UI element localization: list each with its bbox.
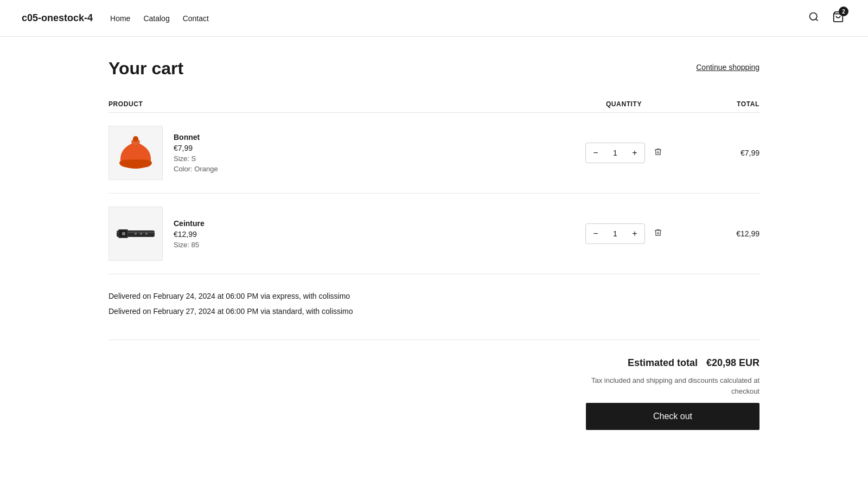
cart-count: 2	[839, 7, 848, 16]
item-price-ceinture: €12,99	[174, 230, 205, 239]
col-header-total: TOTAL	[678, 100, 760, 108]
bonnet-image-svg	[114, 131, 157, 175]
search-button[interactable]	[806, 9, 821, 27]
item-image-ceinture	[108, 207, 163, 261]
item-total-ceinture: €12,99	[678, 229, 760, 238]
item-quantity-bonnet: − 1 +	[570, 143, 678, 163]
item-image-bonnet	[108, 126, 163, 180]
header-right: 2	[806, 9, 846, 28]
nav-home[interactable]: Home	[110, 14, 130, 23]
item-quantity-ceinture: − 1 +	[570, 223, 678, 244]
estimated-value: €20,98 EUR	[706, 357, 760, 369]
search-icon	[808, 11, 819, 22]
qty-increase-ceinture[interactable]: +	[625, 224, 644, 243]
continue-shopping-link[interactable]: Continue shopping	[696, 63, 760, 72]
header-left: c05-onestock-4 Home Catalog Contact	[22, 12, 209, 24]
cart-item-ceinture: Ceinture €12,99 Size: 85 − 1 + €12,99	[108, 194, 760, 274]
qty-value-ceinture: 1	[605, 229, 625, 238]
qty-control-bonnet: − 1 +	[585, 143, 645, 163]
summary-section: Estimated total €20,98 EUR Tax included …	[108, 340, 760, 447]
item-details-ceinture: Ceinture €12,99 Size: 85	[174, 219, 205, 249]
item-name-bonnet: Bonnet	[174, 133, 218, 142]
estimated-total-row: Estimated total €20,98 EUR	[628, 357, 760, 369]
qty-decrease-ceinture[interactable]: −	[586, 224, 605, 243]
item-product-bonnet: Bonnet €7,99 Size: S Color: Orange	[108, 126, 570, 180]
svg-point-5	[133, 136, 138, 142]
estimated-label: Estimated total	[628, 357, 698, 369]
logo[interactable]: c05-onestock-4	[22, 12, 93, 24]
delivery-express: Delivered on February 24, 2024 at 06:00 …	[108, 292, 760, 300]
qty-increase-bonnet[interactable]: +	[625, 143, 644, 163]
main-content: Your cart Continue shopping PRODUCT QUAN…	[87, 37, 781, 469]
qty-decrease-bonnet[interactable]: −	[586, 143, 605, 163]
item-size-ceinture: Size: 85	[174, 241, 205, 249]
page-title: Your cart	[108, 59, 183, 79]
delivery-standard: Delivered on February 27, 2024 at 06:00 …	[108, 307, 760, 316]
delivery-section: Delivered on February 24, 2024 at 06:00 …	[108, 274, 760, 340]
col-header-quantity: QUANTITY	[570, 100, 678, 108]
header: c05-onestock-4 Home Catalog Contact 2	[0, 0, 868, 37]
item-price-bonnet: €7,99	[174, 144, 218, 152]
nav-catalog[interactable]: Catalog	[143, 14, 169, 23]
qty-control-ceinture: − 1 +	[585, 223, 645, 244]
trash-icon-ceinture	[654, 228, 662, 237]
svg-point-14	[140, 233, 142, 235]
cart-item-bonnet: Bonnet €7,99 Size: S Color: Orange − 1 +…	[108, 113, 760, 194]
nav-contact[interactable]: Contact	[183, 14, 209, 23]
main-nav: Home Catalog Contact	[110, 14, 209, 23]
svg-point-15	[145, 233, 148, 235]
item-name-ceinture: Ceinture	[174, 219, 205, 228]
delete-bonnet[interactable]	[654, 147, 662, 158]
belt-image-svg	[114, 212, 157, 255]
cart-header: Your cart Continue shopping	[108, 59, 760, 79]
tax-note: Tax included and shipping and discounts …	[586, 375, 760, 396]
delete-ceinture[interactable]	[654, 228, 662, 239]
item-details-bonnet: Bonnet €7,99 Size: S Color: Orange	[174, 133, 218, 173]
trash-icon-bonnet	[654, 147, 662, 156]
col-header-product: PRODUCT	[108, 100, 570, 108]
svg-point-0	[810, 13, 817, 20]
checkout-button[interactable]: Check out	[586, 403, 760, 430]
svg-point-13	[135, 233, 137, 235]
table-header: PRODUCT QUANTITY TOTAL	[108, 96, 760, 113]
item-size-bonnet: Size: S	[174, 155, 218, 163]
cart-button[interactable]: 2	[830, 9, 846, 28]
item-total-bonnet: €7,99	[678, 149, 760, 157]
item-product-ceinture: Ceinture €12,99 Size: 85	[108, 207, 570, 261]
item-color-bonnet: Color: Orange	[174, 165, 218, 173]
svg-line-1	[816, 19, 818, 21]
qty-value-bonnet: 1	[605, 149, 625, 157]
